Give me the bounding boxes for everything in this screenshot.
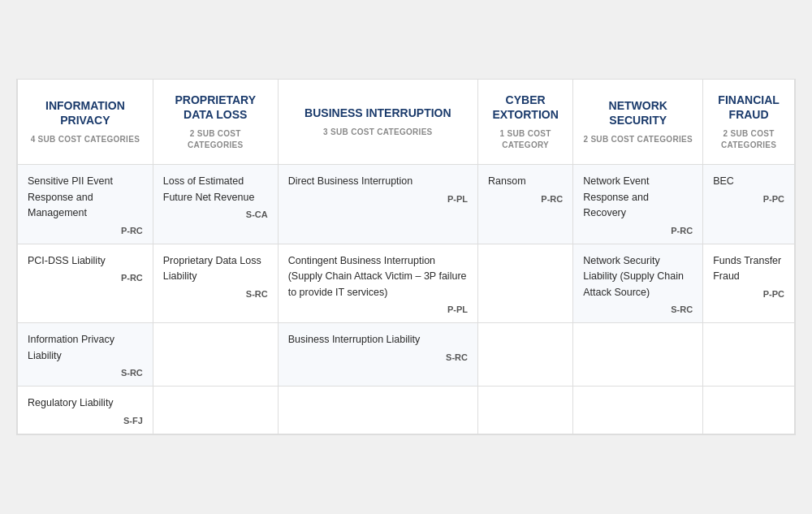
cell-code: P-PL (288, 305, 468, 314)
header-sub-net-sec: 2 SUB COST CATEGORIES (581, 134, 694, 145)
header-sub-prop-data: 2 SUB COST CATEGORIES (162, 128, 270, 151)
cell-title: Ransom (488, 175, 526, 187)
cell-code: S-RC (583, 305, 693, 314)
data-cell-r1-c2: Contingent Business Interruption (Supply… (278, 244, 477, 323)
cell-title: Loss of Estimated Future Net Revenue (163, 175, 255, 203)
cell-code: S-RC (163, 289, 268, 299)
header-sub-cyber-ext: 1 SUB COST CATEGORY (486, 128, 564, 151)
data-cell-r2-c3 (478, 323, 573, 387)
cell-title: Network Security Liability (Supply Chain… (583, 255, 684, 298)
cell-code: S-FJ (28, 416, 143, 425)
cell-code: P-RC (28, 226, 143, 235)
cell-title: Business Interruption Liability (288, 334, 421, 345)
data-cell-r1-c1: Proprietary Data Loss Liability S-RC (153, 244, 278, 323)
header-title-info-privacy: INFORMATION PRIVACY (26, 98, 145, 127)
data-cell-r2-c0: Information Privacy Liability S-RC (18, 323, 153, 387)
data-cell-r1-c4: Network Security Liability (Supply Chain… (573, 244, 703, 323)
data-cell-r2-c4 (573, 323, 703, 387)
data-cell-r3-c0: Regulatory Liability S-FJ (18, 387, 153, 434)
cell-code: P-PC (713, 289, 784, 299)
header-sub-biz-int: 3 SUB COST CATEGORIES (287, 127, 469, 138)
header-title-prop-data: PROPRIETARY DATA LOSS (162, 93, 270, 122)
column-header-fin-fraud: FINANCIAL FRAUD 2 SUB COST CATEGORIES (703, 80, 795, 165)
cell-title: Proprietary Data Loss Liability (163, 255, 261, 283)
header-sub-fin-fraud: 2 SUB COST CATEGORIES (711, 128, 786, 151)
column-header-prop-data: PROPRIETARY DATA LOSS 2 SUB COST CATEGOR… (153, 80, 278, 165)
cell-code: S-CA (163, 209, 268, 219)
cell-code: P-PL (288, 194, 468, 204)
cell-title: Information Privacy Liability (28, 334, 114, 361)
header-title-biz-int: BUSINESS INTERRUPTION (287, 106, 469, 120)
data-cell-r3-c1 (153, 387, 278, 434)
cell-title: BEC (713, 175, 734, 187)
data-cell-r0-c0: Sensitive PII Event Response and Managem… (18, 165, 153, 244)
data-cell-r3-c4 (573, 387, 703, 434)
cell-code: P-RC (488, 194, 563, 204)
cell-code: S-RC (288, 352, 468, 362)
column-header-biz-int: BUSINESS INTERRUPTION 3 SUB COST CATEGOR… (278, 80, 477, 165)
cell-title: Regulatory Liability (28, 397, 114, 408)
cell-code: S-RC (28, 368, 143, 378)
table-row: PCI-DSS Liability P-RC Proprietary Data … (18, 244, 795, 323)
cell-title: Funds Transfer Fraud (713, 255, 781, 283)
table-body: Sensitive PII Event Response and Managem… (18, 165, 795, 434)
data-cell-r0-c1: Loss of Estimated Future Net Revenue S-C… (153, 165, 278, 244)
data-cell-r2-c2: Business Interruption Liability S-RC (278, 323, 477, 387)
header-title-fin-fraud: FINANCIAL FRAUD (711, 93, 786, 122)
cell-title: Direct Business Interruption (288, 175, 413, 187)
data-cell-r0-c3: Ransom P-RC (478, 165, 573, 244)
table-row: Information Privacy Liability S-RC Busin… (18, 323, 795, 387)
data-cell-r3-c3 (478, 387, 573, 434)
cell-code: P-PC (713, 194, 784, 204)
cell-title: Contingent Business Interruption (Supply… (288, 255, 467, 298)
cell-code: P-RC (28, 273, 143, 283)
data-cell-r1-c0: PCI-DSS Liability P-RC (18, 244, 153, 323)
main-table-container: INFORMATION PRIVACY 4 SUB COST CATEGORIE… (16, 79, 796, 435)
column-header-net-sec: NETWORK SECURITY 2 SUB COST CATEGORIES (573, 80, 703, 165)
cell-title: Sensitive PII Event Response and Managem… (28, 175, 113, 218)
header-title-cyber-ext: CYBER EXTORTION (486, 93, 564, 122)
data-cell-r0-c4: Network Event Response and Recovery P-RC (573, 165, 703, 244)
data-cell-r0-c2: Direct Business Interruption P-PL (278, 165, 477, 244)
header-title-net-sec: NETWORK SECURITY (581, 98, 694, 127)
column-header-cyber-ext: CYBER EXTORTION 1 SUB COST CATEGORY (478, 80, 573, 165)
data-cell-r1-c3 (478, 244, 573, 323)
cell-title: Network Event Response and Recovery (583, 175, 649, 218)
data-cell-r0-c5: BEC P-PC (703, 165, 795, 244)
table-row: Sensitive PII Event Response and Managem… (18, 165, 795, 244)
cell-code: P-RC (583, 226, 693, 235)
table-row: Regulatory Liability S-FJ (18, 387, 795, 434)
header-row: INFORMATION PRIVACY 4 SUB COST CATEGORIE… (18, 80, 795, 165)
header-sub-info-privacy: 4 SUB COST CATEGORIES (26, 134, 145, 145)
cell-title: PCI-DSS Liability (28, 255, 106, 266)
column-header-info-privacy: INFORMATION PRIVACY 4 SUB COST CATEGORIE… (18, 80, 153, 165)
data-cell-r2-c5 (703, 323, 795, 387)
data-cell-r3-c2 (278, 387, 477, 434)
data-cell-r2-c1 (153, 323, 278, 387)
data-cell-r3-c5 (703, 387, 795, 434)
data-cell-r1-c5: Funds Transfer Fraud P-PC (703, 244, 795, 323)
